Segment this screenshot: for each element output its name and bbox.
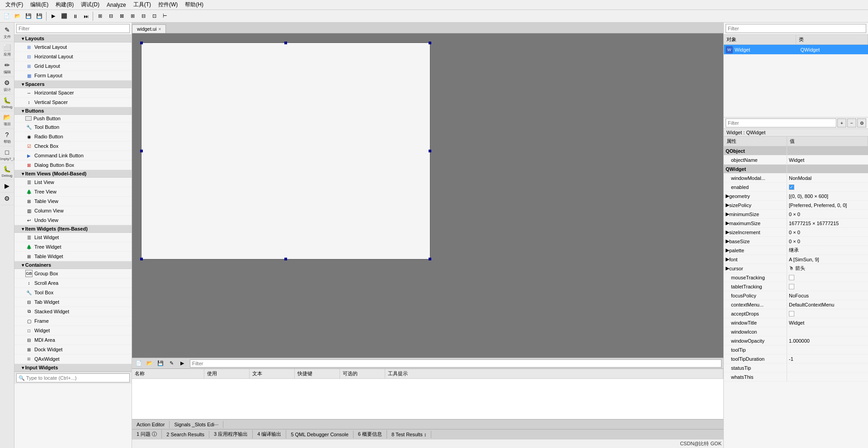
prop-add-btn[interactable]: + bbox=[837, 118, 846, 127]
tab-close-btn[interactable]: × bbox=[158, 27, 161, 32]
menu-edit[interactable]: 编辑(E) bbox=[27, 0, 52, 9]
prop-row-windowicon[interactable]: windowIcon bbox=[724, 327, 868, 336]
prop-name-font[interactable]: ▶ font bbox=[724, 255, 787, 264]
wb-section-buttons[interactable]: Buttons bbox=[14, 107, 132, 115]
toolbar-btn11[interactable]: ⊟ bbox=[138, 11, 148, 21]
wb-item-tool-box[interactable]: 🔧 Tool Box bbox=[14, 288, 132, 297]
action-new-btn[interactable]: 📄 bbox=[134, 358, 144, 368]
tablettracking-checkbox[interactable] bbox=[789, 284, 794, 289]
sidebar-item-edit[interactable]: ✏ 编辑 bbox=[0, 60, 14, 77]
log-tab-search[interactable]: 2 Search Results bbox=[162, 431, 209, 438]
wb-item-form-layout[interactable]: ▦ Form Layout bbox=[14, 71, 132, 80]
wb-item-vertical-spacer[interactable]: ↕ Vertical Spacer bbox=[14, 98, 132, 107]
wb-item-push-button[interactable]: Push Button bbox=[14, 115, 132, 123]
prop-row-whatstis[interactable]: whatsThis bbox=[724, 373, 868, 382]
resize-handle-tl[interactable] bbox=[140, 42, 143, 44]
prop-row-basesize[interactable]: ▶ baseSize 0 × 0 bbox=[724, 237, 868, 246]
action-save-btn[interactable]: 💾 bbox=[156, 358, 165, 368]
wb-section-containers[interactable]: Containers bbox=[14, 261, 132, 269]
wb-item-undo-view[interactable]: ↩ Undo View bbox=[14, 216, 132, 225]
prop-row-font[interactable]: ▶ font A [SimSun, 9] bbox=[724, 255, 868, 264]
wb-item-list-widget[interactable]: ☰ List Widget bbox=[14, 233, 132, 242]
acceptdrops-checkbox[interactable] bbox=[789, 311, 794, 316]
tab-action-editor[interactable]: Action Editor bbox=[132, 421, 170, 428]
wb-section-input-widgets[interactable]: Input Widgets bbox=[14, 364, 132, 372]
wb-item-stacked-widget[interactable]: ⧉ Stacked Widget bbox=[14, 307, 132, 316]
toolbar-btn6[interactable]: ⏭ bbox=[81, 11, 91, 21]
mousetracking-checkbox[interactable] bbox=[789, 275, 794, 280]
menu-file[interactable]: 文件(F) bbox=[2, 0, 27, 9]
sidebar-item-debug2[interactable]: 🐛 Debug bbox=[0, 164, 14, 180]
menu-controls[interactable]: 控件(W) bbox=[155, 0, 181, 9]
toolbar-btn13[interactable]: ⊢ bbox=[160, 11, 170, 21]
toolbar-btn3[interactable]: ▶ bbox=[48, 11, 58, 21]
menu-analyze[interactable]: Analyze bbox=[103, 1, 130, 9]
prop-row-acceptdrops[interactable]: acceptDrops bbox=[724, 309, 868, 318]
wb-item-tab-widget[interactable]: ⊟ Tab Widget bbox=[14, 297, 132, 307]
prop-row-tablettracking[interactable]: tabletTracking bbox=[724, 282, 868, 291]
menu-build[interactable]: 构建(B) bbox=[52, 0, 77, 9]
menu-tools[interactable]: 工具(T) bbox=[130, 0, 155, 9]
wb-item-tree-view[interactable]: 🌲 Tree View bbox=[14, 187, 132, 197]
wb-item-vertical-layout[interactable]: ⊞ Vertical Layout bbox=[14, 42, 132, 52]
wb-item-frame[interactable]: ▢ Frame bbox=[14, 316, 132, 326]
prop-row-enabled[interactable]: enabled ✓ bbox=[724, 183, 868, 192]
wb-item-column-view[interactable]: ▥ Column View bbox=[14, 206, 132, 216]
action-filter-input[interactable] bbox=[190, 359, 722, 368]
prop-menu-btn[interactable]: ⚙ bbox=[857, 118, 866, 127]
wb-item-tree-widget[interactable]: 🌲 Tree Widget bbox=[14, 242, 132, 252]
resize-handle-ml[interactable] bbox=[140, 150, 143, 152]
wb-item-widget[interactable]: □ Widget bbox=[14, 326, 132, 335]
prop-row-cursor[interactable]: ▶ cursor 🖱 箭头 bbox=[724, 264, 868, 273]
tab-signals-slots[interactable]: Signals _Slots Edi··· bbox=[170, 421, 223, 428]
action-run-btn[interactable]: ▶ bbox=[177, 358, 187, 368]
prop-row-windowmodal[interactable]: windowModal... NonModal bbox=[724, 174, 868, 183]
widget-canvas[interactable] bbox=[141, 42, 430, 259]
object-inspector-filter-input[interactable] bbox=[726, 24, 866, 33]
prop-row-focuspolicy[interactable]: focusPolicy NoFocus bbox=[724, 291, 868, 300]
toolbar-save-all-btn[interactable]: 💾 bbox=[34, 11, 44, 21]
toolbar-btn4[interactable]: ⬛ bbox=[59, 11, 69, 21]
wb-item-command-link-button[interactable]: ▶ Command Link Button bbox=[14, 151, 132, 160]
wb-item-group-box[interactable]: GB Group Box bbox=[14, 269, 132, 278]
prop-row-windowopacity[interactable]: windowOpacity 1.000000 bbox=[724, 336, 868, 345]
wb-item-tool-button[interactable]: 🔧 Tool Button bbox=[14, 123, 132, 132]
tab-widget-ui[interactable]: widget.ui × bbox=[132, 24, 166, 33]
prop-remove-btn[interactable]: − bbox=[847, 118, 856, 127]
wb-item-horizontal-spacer[interactable]: ↔ Horizontal Spacer bbox=[14, 88, 132, 98]
prop-row-tooltip[interactable]: toolTip bbox=[724, 345, 868, 354]
wb-item-check-box[interactable]: ☑ Check Box bbox=[14, 141, 132, 151]
prop-row-contextmenu[interactable]: contextMenu... DefaultContextMenu bbox=[724, 300, 868, 309]
wb-section-item-widgets[interactable]: Item Widgets (Item-Based) bbox=[14, 225, 132, 233]
wb-section-layouts[interactable]: Layouts bbox=[14, 35, 132, 42]
toolbar-btn5[interactable]: ⏸ bbox=[70, 11, 80, 21]
wb-item-qax-widget[interactable]: ⊞ QAxWidget bbox=[14, 354, 132, 364]
resize-handle-br[interactable] bbox=[429, 258, 431, 260]
resize-handle-tc[interactable] bbox=[284, 42, 287, 44]
prop-row-palette[interactable]: ▶ palette 继承 bbox=[724, 246, 868, 255]
wb-item-table-widget[interactable]: ⊞ Table Widget bbox=[14, 252, 132, 261]
sidebar-item-help[interactable]: ? 帮助 bbox=[0, 129, 14, 146]
toolbar-btn9[interactable]: ⊠ bbox=[117, 11, 127, 21]
toolbar-new-btn[interactable]: 📄 bbox=[2, 11, 12, 21]
wb-item-list-view[interactable]: ☰ List View bbox=[14, 178, 132, 187]
toolbar-btn12[interactable]: ⊡ bbox=[149, 11, 159, 21]
prop-row-sizeincrement[interactable]: ▶ sizeIncrement 0 × 0 bbox=[724, 228, 868, 237]
resize-handle-bl[interactable] bbox=[140, 258, 143, 260]
log-tab-problems[interactable]: 1 问题 ⓘ bbox=[132, 430, 162, 439]
wb-item-table-view[interactable]: ⊞ Table View bbox=[14, 197, 132, 206]
prop-row-mousetracking[interactable]: mouseTracking bbox=[724, 273, 868, 282]
prop-row-minimumsize[interactable]: ▶ minimumSize 0 × 0 bbox=[724, 210, 868, 219]
widget-box-filter-input[interactable] bbox=[16, 24, 130, 33]
sidebar-item-design[interactable]: ⚙ 设计 bbox=[0, 77, 14, 94]
prop-name-minimumsize[interactable]: ▶ minimumSize bbox=[724, 210, 787, 218]
prop-row-windowtitle[interactable]: windowTitle Widget bbox=[724, 318, 868, 327]
prop-row-maximumsize[interactable]: ▶ maximumSize 16777215 × 16777215 bbox=[724, 219, 868, 228]
prop-name-cursor[interactable]: ▶ cursor bbox=[724, 264, 787, 273]
wb-item-dock-widget[interactable]: ⊞ Dock Widget bbox=[14, 345, 132, 354]
sidebar-item-run[interactable]: ▶ bbox=[0, 180, 14, 193]
prop-row-tooltipduration[interactable]: toolTipDuration -1 bbox=[724, 354, 868, 363]
action-open-btn[interactable]: 📂 bbox=[145, 358, 155, 368]
sidebar-item-app[interactable]: ⬜ 应用 bbox=[0, 42, 14, 59]
wb-section-item-views[interactable]: Item Views (Model-Based) bbox=[14, 170, 132, 178]
